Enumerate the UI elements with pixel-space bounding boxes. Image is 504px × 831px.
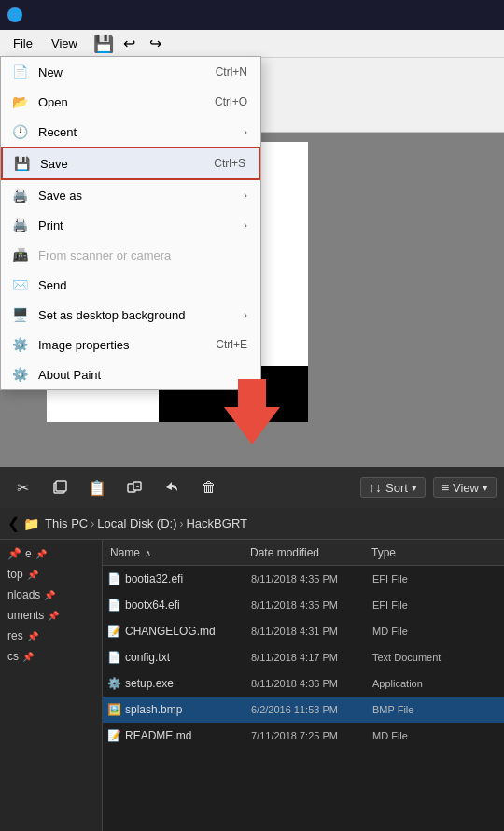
paint-app: 🌐 File View 💾 ↩ ↪ ✏️ A xyxy=(0,0,504,467)
file-icon-bootia32: 📄 xyxy=(106,571,121,586)
file-date-splash: 6/2/2016 11:53 PM xyxy=(251,704,372,715)
folder-icon: 📁 xyxy=(23,516,39,531)
properties-icon: ⚙️ xyxy=(10,335,29,354)
file-icon-config: 📄 xyxy=(106,650,121,665)
menu-item-recent[interactable]: 🕐 Recent › xyxy=(1,117,260,147)
menu-item-save[interactable]: 💾 Save Ctrl+S xyxy=(1,147,260,180)
breadcrumb-hackbgrt[interactable]: HackBGRT xyxy=(186,516,247,530)
cut-button[interactable]: ✂ xyxy=(7,472,37,502)
menu-item-print[interactable]: 🖨️ Print › xyxy=(1,210,260,240)
view-button[interactable]: ≡ View ▾ xyxy=(433,477,497,498)
file-date-bootia32: 8/11/2018 4:35 PM xyxy=(251,573,372,585)
desktop-icon: 🖥️ xyxy=(10,305,29,324)
file-icon-bootx64: 📄 xyxy=(106,598,121,613)
desktop-arrow: › xyxy=(244,309,247,320)
save-shortcut: Ctrl+S xyxy=(214,157,245,170)
sidebar-item-downloads[interactable]: nloads 📌 xyxy=(0,585,102,605)
menu-item-saveas[interactable]: 🖨️ Save as › xyxy=(1,180,260,210)
file-icon-readme: 📝 xyxy=(106,728,121,743)
pin-desktop: 📌 xyxy=(27,570,38,580)
file-icon-changelog: 📝 xyxy=(106,624,121,639)
menu-item-new[interactable]: 📄 New Ctrl+N xyxy=(1,57,260,87)
recent-icon: 🕐 xyxy=(10,122,29,141)
file-name-config: config.txt xyxy=(125,651,251,664)
file-type-splash: BMP File xyxy=(372,704,466,715)
breadcrumb-sep2: › xyxy=(179,517,183,530)
send-icon: ✉️ xyxy=(10,275,29,294)
new-shortcut: Ctrl+N xyxy=(216,65,247,78)
file-row-readme[interactable]: 📝 README.md 7/11/2018 7:25 PM MD File xyxy=(103,723,504,749)
share-button[interactable] xyxy=(157,472,187,502)
sidebar-item-pictures[interactable]: res 📌 xyxy=(0,626,102,646)
open-icon: 📂 xyxy=(10,92,29,111)
file-date-bootx64: 8/11/2018 4:35 PM xyxy=(251,599,372,611)
file-header: Name ∧ Date modified Type xyxy=(103,540,504,566)
col-header-name[interactable]: Name ∧ xyxy=(106,546,246,559)
menu-item-scanner: 📠 From scanner or camera xyxy=(1,240,260,270)
sort-button[interactable]: ↑↓ Sort ▾ xyxy=(360,477,426,498)
view-dropdown-arrow: ▾ xyxy=(483,482,488,494)
about-label: About Paint xyxy=(38,368,101,382)
breadcrumb-chevron-left: ❮ xyxy=(7,514,20,532)
sidebar-item-music[interactable]: cs 📌 xyxy=(0,646,102,667)
redo-icon[interactable]: ↪ xyxy=(143,31,169,57)
sidebar-icon-e: 📌 xyxy=(7,547,21,560)
menu-item-open[interactable]: 📂 Open Ctrl+O xyxy=(1,87,260,117)
col-header-date[interactable]: Date modified xyxy=(246,546,368,559)
menu-file[interactable]: File xyxy=(4,33,42,54)
menu-item-desktop[interactable]: 🖥️ Set as desktop background › xyxy=(1,300,260,330)
file-row-changelog[interactable]: 📝 CHANGELOG.md 8/11/2018 4:31 PM MD File xyxy=(103,618,504,644)
menu-bar: File View 💾 ↩ ↪ xyxy=(0,30,504,58)
sidebar-item-desktop[interactable]: top 📌 xyxy=(0,564,102,585)
new-label: New xyxy=(38,65,63,79)
recent-arrow: › xyxy=(244,126,247,137)
sidebar-item-e[interactable]: 📌 e 📌 xyxy=(0,543,102,564)
undo-icon[interactable]: ↩ xyxy=(117,31,143,57)
paste-button[interactable]: 📋 xyxy=(82,472,112,502)
copy-path-button[interactable] xyxy=(45,472,75,502)
file-row-splash[interactable]: 🖼️ splash.bmp 6/2/2016 11:53 PM BMP File xyxy=(103,697,504,723)
file-type-setup: Application xyxy=(372,678,466,689)
file-type-config: Text Document xyxy=(372,652,466,663)
menu-item-send[interactable]: ✉️ Send xyxy=(1,270,260,300)
saveas-arrow: › xyxy=(244,190,247,201)
col-header-type[interactable]: Type xyxy=(368,546,461,559)
breadcrumb-localdisk[interactable]: Local Disk (D:) xyxy=(97,516,176,530)
red-arrow xyxy=(224,379,280,448)
file-explorer: ✂ 📋 🗑 ↑↓ Sort ▾ ≡ xyxy=(0,467,504,831)
about-icon: ⚙️ xyxy=(10,365,29,384)
sidebar-item-documents[interactable]: uments 📌 xyxy=(0,605,102,626)
print-arrow: › xyxy=(244,219,247,231)
file-row-config[interactable]: 📄 config.txt 8/11/2018 4:17 PM Text Docu… xyxy=(103,644,504,670)
menu-view[interactable]: View xyxy=(42,33,87,54)
save-icon-menubar[interactable]: 💾 xyxy=(91,31,117,57)
title-bar: 🌐 xyxy=(0,0,504,30)
pin-documents: 📌 xyxy=(48,611,59,621)
file-list-container: 📌 e 📌 top 📌 nloads 📌 uments 📌 res 📌 xyxy=(0,540,504,831)
explorer-toolbar: ✂ 📋 🗑 ↑↓ Sort ▾ ≡ xyxy=(0,467,504,508)
svg-rect-11 xyxy=(47,385,159,422)
properties-label: Image properties xyxy=(38,338,130,352)
svg-marker-18 xyxy=(224,379,280,444)
file-name-changelog: CHANGELOG.md xyxy=(125,625,251,638)
open-shortcut: Ctrl+O xyxy=(215,95,247,108)
menu-item-properties[interactable]: ⚙️ Image properties Ctrl+E xyxy=(1,330,260,359)
menu-item-about[interactable]: ⚙️ About Paint xyxy=(1,359,260,389)
save-icon: 💾 xyxy=(12,154,31,173)
saveas-label: Save as xyxy=(38,189,82,203)
desktop-label: Set as desktop background xyxy=(38,308,186,322)
file-row-setup[interactable]: ⚙️ setup.exe 8/11/2018 4:36 PM Applicati… xyxy=(103,670,504,697)
file-row-bootx64[interactable]: 📄 bootx64.efi 8/11/2018 4:35 PM EFI File xyxy=(103,592,504,618)
sort-indicator: ∧ xyxy=(145,548,151,558)
delete-button[interactable]: 🗑 xyxy=(194,472,224,502)
breadcrumb-bar: ❮ 📁 This PC › Local Disk (D:) › HackBGRT xyxy=(0,508,504,540)
move-to-button[interactable] xyxy=(119,472,149,502)
breadcrumb-thispc[interactable]: This PC xyxy=(45,516,88,530)
new-icon: 📄 xyxy=(10,63,29,81)
pin-e: 📌 xyxy=(35,549,47,559)
print-label: Print xyxy=(38,218,63,232)
scanner-icon: 📠 xyxy=(10,246,29,264)
pin-music: 📌 xyxy=(22,652,34,662)
file-row-bootia32[interactable]: 📄 bootia32.efi 8/11/2018 4:35 PM EFI Fil… xyxy=(103,566,504,592)
file-type-changelog: MD File xyxy=(372,626,466,637)
